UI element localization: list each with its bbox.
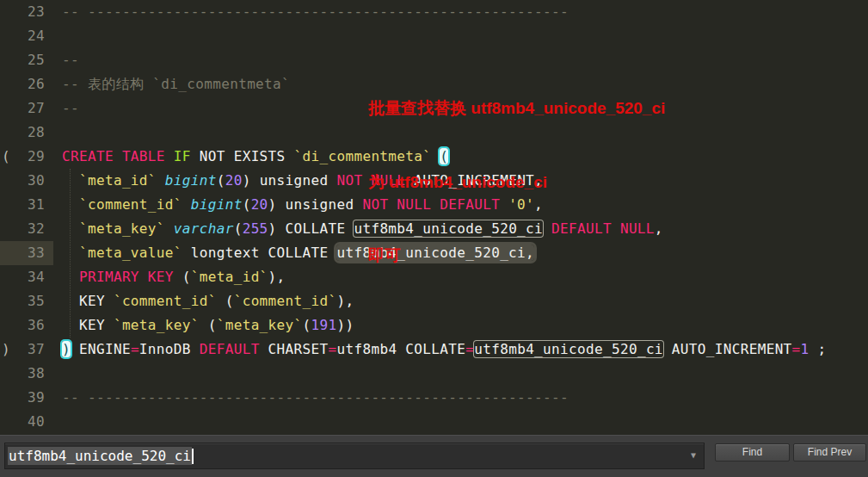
token: = xyxy=(329,341,337,357)
line-number: 34 xyxy=(14,265,45,289)
line-number: 32 xyxy=(14,217,45,241)
margin-bracket-indicator xyxy=(0,362,14,386)
line-number: 24 xyxy=(14,24,45,48)
code-text xyxy=(53,121,62,145)
token: `meta_key` xyxy=(217,317,303,333)
margin-bracket-indicator xyxy=(0,241,14,265)
line-number: 27 xyxy=(14,96,45,121)
gutter: 40 xyxy=(0,410,53,434)
margin-bracket-indicator xyxy=(0,386,14,410)
margin-bracket-indicator xyxy=(0,48,14,72)
margin-bracket-indicator xyxy=(0,24,14,48)
line-number: 39 xyxy=(14,386,45,410)
margin-bracket-indicator: ( xyxy=(0,145,14,169)
token: -- -------------------------------------… xyxy=(62,3,569,20)
token: ( xyxy=(234,220,243,237)
code-line: )37) ENGINE=InnoDB DEFAULT CHARSET=utf8m… xyxy=(0,338,868,362)
token: ) unsigned xyxy=(268,196,363,213)
code-line: 23-- -----------------------------------… xyxy=(0,0,868,24)
token: ) COLLATE xyxy=(268,220,354,237)
annotation-line: 即可 xyxy=(368,244,665,269)
line-number: 40 xyxy=(14,410,45,434)
token: ( xyxy=(303,317,311,333)
margin-bracket-indicator xyxy=(0,121,14,145)
token: `meta_key` xyxy=(114,317,200,333)
token: -- xyxy=(62,100,79,116)
token: `meta_value` xyxy=(79,245,182,261)
gutter: 25 xyxy=(0,48,53,72)
token: `meta_id` xyxy=(191,269,268,285)
token: CHARSET xyxy=(260,341,329,357)
find-button[interactable]: Find xyxy=(715,443,790,462)
code-line: 24 xyxy=(0,24,868,48)
line-number: 31 xyxy=(14,193,45,217)
margin-bracket-indicator xyxy=(0,96,14,121)
gutter: 33 xyxy=(0,241,53,265)
token: -- -------------------------------------… xyxy=(62,389,569,406)
gutter: (29 xyxy=(0,145,53,169)
token: ENGINE xyxy=(71,341,131,357)
code-text xyxy=(53,362,62,386)
token: utf8mb4 COLLATE xyxy=(337,341,466,357)
margin-bracket-indicator xyxy=(0,169,14,193)
token: ; xyxy=(810,341,827,357)
token: ) unsigned xyxy=(243,172,337,189)
token: = xyxy=(792,341,801,357)
code-text xyxy=(53,410,62,434)
token xyxy=(165,220,174,237)
token: ( xyxy=(217,172,225,189)
indent-guide xyxy=(70,169,71,338)
line-number: 30 xyxy=(14,169,45,193)
token: `comment_id` xyxy=(114,293,217,309)
gutter: 23 xyxy=(0,0,53,24)
token: varchar xyxy=(174,220,234,237)
token: ( xyxy=(174,269,191,285)
token xyxy=(182,196,191,213)
gutter: 36 xyxy=(0,313,53,338)
token: longtext COLLATE xyxy=(182,245,337,261)
margin-bracket-indicator xyxy=(0,410,14,434)
code-text: -- xyxy=(53,96,79,121)
token: = xyxy=(131,341,139,357)
code-text: KEY `meta_key` (`meta_key`(191)) xyxy=(53,313,354,338)
token: bigint xyxy=(165,172,217,189)
code-text: ) ENGINE=InnoDB DEFAULT CHARSET=utf8mb4 … xyxy=(53,338,827,362)
margin-bracket-indicator xyxy=(0,0,14,24)
code-text: -- 表的结构 `di_commentmeta` xyxy=(53,72,290,96)
gutter: 32 xyxy=(0,217,53,241)
gutter: )37 xyxy=(0,338,53,362)
line-number: 36 xyxy=(14,313,45,338)
gutter: 30 xyxy=(0,169,53,193)
token: ), xyxy=(336,293,354,309)
find-prev-button[interactable]: Find Prev xyxy=(793,443,866,462)
token: = xyxy=(465,341,474,357)
token: `comment_id` xyxy=(234,293,337,309)
token: bigint xyxy=(191,196,243,213)
code-text: -- -------------------------------------… xyxy=(53,0,569,24)
token: 191 xyxy=(311,317,337,333)
line-number: 33 xyxy=(14,241,45,265)
token: `meta_key` xyxy=(79,220,165,237)
margin-bracket-indicator xyxy=(0,289,14,313)
gutter: 31 xyxy=(0,193,53,217)
margin-bracket-indicator xyxy=(0,193,14,217)
text-caret xyxy=(192,449,194,464)
token xyxy=(165,148,174,164)
annotation-line: 为 utf8mb4_unicode_ci xyxy=(368,170,665,195)
line-number: 35 xyxy=(14,289,45,313)
code-text xyxy=(53,24,62,48)
chevron-down-icon[interactable]: ▼ xyxy=(691,451,696,460)
find-input[interactable]: utf8mb4_unicode_520_ci ▼ xyxy=(4,443,705,469)
gutter: 24 xyxy=(0,24,53,48)
gutter: 39 xyxy=(0,386,53,410)
token: ( xyxy=(200,317,217,333)
token: )) xyxy=(336,317,354,333)
token: 20 xyxy=(251,196,268,213)
token: `meta_id` xyxy=(79,172,157,189)
token: ( xyxy=(217,293,234,309)
line-number: 26 xyxy=(14,72,45,96)
token: -- 表的结构 `di_commentmeta` xyxy=(62,76,290,92)
token: InnoDB xyxy=(139,341,200,357)
line-number: 25 xyxy=(14,48,45,72)
token-outline: utf8mb4_unicode_520_ci xyxy=(474,341,663,357)
